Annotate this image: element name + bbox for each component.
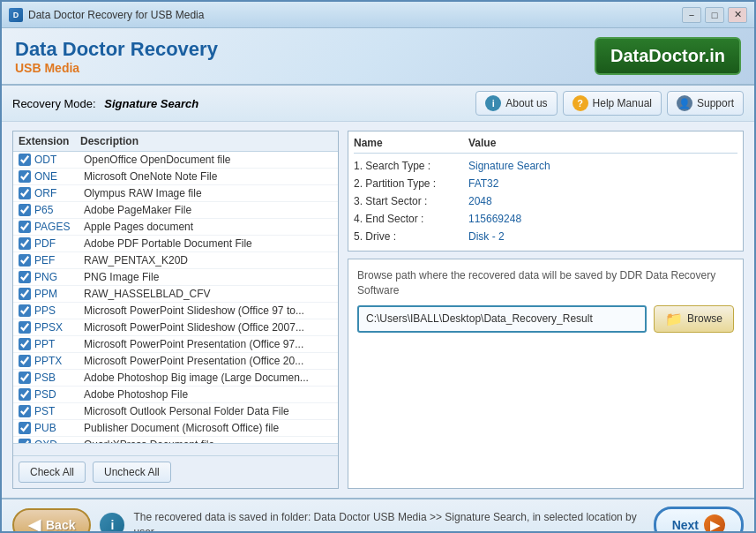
file-ext: ORF [34,187,84,199]
file-checkbox[interactable] [19,221,31,233]
uncheck-all-button[interactable]: Uncheck All [93,462,171,483]
check-all-button[interactable]: Check All [19,462,86,483]
file-desc: Adobe PDF Portable Document File [84,237,333,250]
info-row-value: 115669248 [468,213,737,225]
save-path-input[interactable] [357,305,647,333]
file-checkbox[interactable] [19,154,31,166]
file-desc: Apple Pages document [84,221,333,233]
info-col-name-header: Name [354,137,468,149]
info-table-header: Name Value [354,137,737,154]
info-row-name: 4. End Sector : [354,213,468,225]
file-ext: P65 [34,204,84,216]
file-checkbox[interactable] [19,170,31,183]
info-table: Name Value 1. Search Type : Signature Se… [348,131,744,251]
info-row-name: 3. Start Sector : [354,195,468,207]
file-checkbox[interactable] [19,288,31,300]
file-list-header: Extension Description [13,131,338,152]
recovery-mode-label: Recovery Mode: Signature Search [12,97,198,110]
check-buttons-area: Check All Uncheck All [13,455,338,488]
file-checkbox[interactable] [19,321,31,334]
file-checkbox[interactable] [19,254,31,266]
file-list-body[interactable]: ODT OpenOffice OpenDocument file ONE Mic… [13,152,338,443]
file-checkbox[interactable] [19,422,31,434]
minimize-button[interactable]: − [682,7,701,23]
list-item: PST Microsoft Outlook Personal Folder Da… [13,403,338,420]
info-row-name: 5. Drive : [354,230,468,243]
info-row-value: FAT32 [468,177,737,190]
info-row-value: Signature Search [468,160,737,172]
file-desc: PNG Image File [84,271,333,283]
logo-sub-text: USB Media [15,61,218,75]
next-button[interactable]: Next ▶ [654,507,744,533]
save-label: Browse path where the recovered data wil… [357,268,734,298]
info-row-name: 2. Partition Type : [354,177,468,190]
list-item: PPTX Microsoft PowerPoint Presentation (… [13,353,338,370]
file-ext: PSB [34,372,84,384]
file-checkbox[interactable] [19,271,31,283]
file-checkbox[interactable] [19,304,31,317]
person-icon: 👤 [677,95,692,111]
recovery-mode-value: Signature Search [104,97,198,110]
table-row: 3. Start Sector : 2048 [354,192,737,210]
title-bar-text: Data Doctor Recovery for USB Media [28,9,204,21]
list-item: PDF Adobe PDF Portable Document File [13,236,338,252]
table-row: 2. Partition Type : FAT32 [354,175,737,192]
brand-badge: DataDoctor.in [595,37,741,75]
save-path-row: 📁 Browse [357,305,734,333]
back-button[interactable]: ◀ Back [12,508,91,533]
nav-buttons: i About us ? Help Manual 👤 Support [475,91,744,116]
file-ext: PSD [34,388,84,401]
file-ext: PST [34,405,84,417]
file-checkbox[interactable] [19,388,31,401]
title-bar-left: D Data Doctor Recovery for USB Media [9,8,204,22]
about-us-button[interactable]: i About us [475,91,557,116]
horizontal-scrollbar[interactable] [13,443,338,455]
file-checkbox[interactable] [19,355,31,367]
file-desc: RAW_HASSELBLAD_CFV [84,288,333,300]
table-row: 5. Drive : Disk - 2 [354,228,737,245]
list-item: ODT OpenOffice OpenDocument file [13,152,338,169]
file-checkbox[interactable] [19,338,31,350]
help-manual-button[interactable]: ? Help Manual [563,91,662,116]
file-checkbox[interactable] [19,187,31,199]
file-checkbox[interactable] [19,372,31,384]
list-item: PPSX Microsoft PowerPoint Slideshow (Off… [13,319,338,336]
file-ext: PPM [34,288,84,300]
close-button[interactable]: ✕ [728,7,747,23]
file-ext: ONE [34,170,84,183]
list-item: PUB Publisher Document (Microsoft Office… [13,420,338,437]
browse-button[interactable]: 📁 Browse [654,305,734,333]
list-item: PNG PNG Image File [13,269,338,286]
file-ext: PEF [34,254,84,266]
nav-bar: Recovery Mode: Signature Search i About … [2,86,754,122]
file-desc: RAW_PENTAX_K20D [84,254,333,266]
support-button[interactable]: 👤 Support [667,91,744,116]
file-desc: OpenOffice OpenDocument file [84,154,333,166]
header: Data Doctor Recovery USB Media DataDocto… [2,28,754,86]
file-checkbox[interactable] [19,237,31,250]
file-desc: Adobe Photoshop Big image (Large Documen… [84,372,333,384]
list-item: PPS Microsoft PowerPoint Slideshow (Offi… [13,303,338,319]
bottom-bar: ◀ Back i The recovered data is saved in … [2,498,754,533]
file-checkbox[interactable] [19,204,31,216]
file-desc: Adobe Photoshop File [84,388,333,401]
file-ext: PPT [34,338,84,350]
col-desc-header: Description [80,135,333,147]
file-ext: PPS [34,304,84,317]
folder-icon: 📁 [665,311,683,327]
list-item: PPM RAW_HASSELBLAD_CFV [13,286,338,303]
list-item: PSB Adobe Photoshop Big image (Large Doc… [13,370,338,387]
info-row-value: Disk - 2 [468,230,737,243]
file-ext: PUB [34,422,84,434]
file-desc: Olympus RAW Image file [84,187,333,199]
maximize-button[interactable]: □ [705,7,724,23]
list-item: ONE Microsoft OneNote Note File [13,169,338,185]
right-panel: Name Value 1. Search Type : Signature Se… [348,131,744,489]
info-icon: i [485,95,501,111]
title-bar-controls: − □ ✕ [682,7,747,23]
next-arrow-icon: ▶ [704,514,725,533]
list-item: ORF Olympus RAW Image file [13,185,338,202]
file-desc: Microsoft PowerPoint Presentation (Offic… [84,355,333,367]
file-checkbox[interactable] [19,405,31,417]
table-row: 4. End Sector : 115669248 [354,210,737,228]
